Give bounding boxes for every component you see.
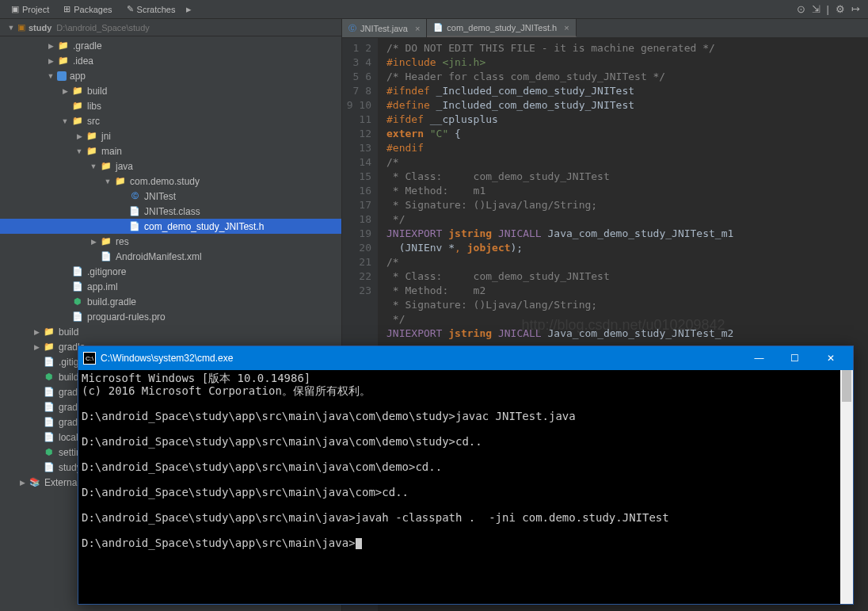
tree-toggle[interactable]: ▶: [17, 478, 27, 487]
packages-icon: ⊞: [63, 4, 70, 14]
close-icon[interactable]: ×: [415, 24, 420, 33]
file-icon: ⬢: [43, 447, 55, 458]
tree-node-androidmanifest-xml[interactable]: 📄AndroidManifest.xml: [0, 249, 341, 264]
tree-toggle[interactable]: ▶: [74, 132, 84, 141]
tree-toggle[interactable]: ▶: [46, 41, 55, 51]
expand-icon[interactable]: ⇲: [809, 3, 824, 15]
tree-node-libs[interactable]: 📁libs: [0, 98, 341, 113]
folder-icon: 📁: [57, 40, 70, 52]
tree-toggle[interactable]: ▼: [89, 162, 98, 171]
minimize-button[interactable]: —: [741, 346, 777, 370]
tree-toggle[interactable]: ▼: [46, 71, 55, 81]
tree-node--gitignore[interactable]: 📄.gitignore: [0, 264, 341, 279]
tree-label: proguard-rules.pro: [87, 311, 166, 323]
tree-node-res[interactable]: ▶📁res: [0, 234, 341, 249]
file-icon: 📄: [100, 251, 112, 262]
cmd-window[interactable]: C:\ C:\Windows\system32\cmd.exe — ☐ ✕ Mi…: [78, 346, 854, 605]
tree-toggle[interactable]: ▶: [32, 327, 41, 337]
tree-node-java[interactable]: ▼📁java: [0, 158, 341, 174]
tree-label: JNITest.class: [144, 206, 200, 217]
tree-node-app[interactable]: ▼app: [0, 68, 341, 83]
close-button[interactable]: ✕: [813, 346, 848, 370]
tree-node-com-demo-study[interactable]: ▼📁com.demo.study: [0, 174, 341, 189]
tool-tab-scratches[interactable]: ✎ Scratches: [120, 2, 182, 16]
tree-toggle: [32, 372, 41, 382]
chevron-right-icon[interactable]: ▸: [183, 3, 195, 15]
tree-node-proguard-rules-pro[interactable]: 📄proguard-rules.pro: [0, 309, 341, 324]
tree-node-jnitest[interactable]: ⒸJNITest: [0, 189, 341, 204]
cmd-output[interactable]: Microsoft Windows [版本 10.0.14986] (c) 20…: [78, 370, 853, 604]
cmd-titlebar[interactable]: C:\ C:\Windows\system32\cmd.exe — ☐ ✕: [78, 346, 853, 370]
folder-icon: 📁: [57, 55, 70, 67]
folder-icon: 📁: [100, 236, 112, 247]
divider: |: [824, 3, 832, 15]
tree-toggle[interactable]: ▶: [89, 237, 98, 246]
tree-node-com-demo-study-jnitest-h[interactable]: 📄com_demo_study_JNITest.h: [0, 219, 341, 234]
file-icon: 📄: [71, 281, 84, 292]
scrollbar-thumb[interactable]: [842, 370, 851, 402]
code-line: extern "C" {: [386, 127, 860, 141]
tree-toggle[interactable]: ▶: [32, 342, 41, 352]
code-line: #ifndef _Included_com_demo_study_JNITest: [386, 84, 860, 98]
tree-node-build[interactable]: ▶📁build: [0, 324, 341, 339]
code-line: /*: [386, 255, 860, 269]
gear-icon[interactable]: ⚙: [832, 3, 848, 15]
tree-toggle[interactable]: ▼: [60, 116, 70, 126]
file-icon: 📄: [71, 311, 84, 323]
code-line: * Class: com_demo_study_JNITest: [386, 170, 860, 184]
target-icon[interactable]: ⊙: [794, 3, 809, 15]
tree-label: com.demo.study: [130, 176, 200, 187]
tree-toggle: [60, 312, 70, 322]
tree-toggle[interactable]: ▼: [74, 147, 84, 156]
tree-toggle[interactable]: ▶: [60, 86, 70, 96]
close-icon[interactable]: ×: [564, 23, 569, 32]
code-line: /* Header for class com_demo_study_JNITe…: [386, 70, 860, 84]
code-line: */: [386, 312, 860, 327]
file-icon: 📄: [128, 206, 141, 217]
tree-label: .idea: [73, 55, 93, 67]
tree-label: java: [116, 161, 133, 172]
scratches-icon: ✎: [127, 4, 134, 14]
tree-node-jni[interactable]: ▶📁jni: [0, 128, 341, 143]
code-line: #define _Included_com_demo_study_JNITest: [386, 98, 860, 113]
editor-tabs: Ⓒ JNITest.java × 📄 com_demo_study_JNITes…: [342, 19, 868, 38]
tree-toggle: [60, 282, 70, 292]
editor-tab-jnitest[interactable]: Ⓒ JNITest.java ×: [342, 19, 427, 37]
tree-node-build-gradle[interactable]: ⬢build.gradle: [0, 294, 341, 309]
file-icon: 📄: [43, 432, 55, 443]
code-line: /* DO NOT EDIT THIS FILE - it is machine…: [386, 41, 860, 55]
code-line: * Method: m2: [386, 284, 860, 298]
class-icon: Ⓒ: [128, 191, 141, 202]
project-icon: ▣: [11, 4, 19, 14]
editor-tab-header[interactable]: 📄 com_demo_study_JNITest.h ×: [427, 19, 576, 37]
code-line: * Method: m1: [386, 184, 860, 198]
project-toolbar: ▣ Project ⊞ Packages ✎ Scratches ▸ ⊙ ⇲ |…: [0, 0, 868, 19]
tree-toggle[interactable]: ▶: [46, 56, 55, 66]
code-line: #ifdef __cplusplus: [386, 113, 860, 127]
maximize-button[interactable]: ☐: [777, 346, 813, 370]
hide-icon[interactable]: ↦: [848, 3, 863, 15]
tree-node-src[interactable]: ▼📁src: [0, 113, 341, 128]
tab-label: com_demo_study_JNITest.h: [447, 23, 557, 32]
tree-label: src: [87, 116, 100, 127]
tree-toggle[interactable]: ▼: [103, 177, 112, 186]
tool-tab-packages[interactable]: ⊞ Packages: [57, 2, 118, 16]
java-class-icon: Ⓒ: [348, 23, 356, 34]
tree-label: libs: [87, 101, 101, 112]
tree-toggle: [32, 403, 41, 412]
tool-tab-label: Packages: [74, 5, 112, 14]
folder-icon: 📁: [43, 327, 55, 338]
code-line: #include <jni.h>: [386, 55, 860, 70]
tree-node-jnitest-class[interactable]: 📄JNITest.class: [0, 204, 341, 219]
tool-tab-project[interactable]: ▣ Project: [5, 2, 55, 16]
tree-node--idea[interactable]: ▶📁.idea: [0, 53, 341, 68]
tree-node-app-iml[interactable]: 📄app.iml: [0, 279, 341, 294]
tree-node-build[interactable]: ▶📁build: [0, 83, 341, 98]
chevron-down-icon[interactable]: ▼: [6, 23, 16, 32]
tree-label: build.gradle: [87, 296, 136, 307]
tree-node-main[interactable]: ▼📁main: [0, 143, 341, 158]
cmd-scrollbar[interactable]: [840, 370, 853, 604]
package-icon: 📁: [114, 176, 127, 187]
header-icon: 📄: [128, 221, 141, 232]
tree-node--gradle[interactable]: ▶📁.gradle: [0, 38, 341, 53]
